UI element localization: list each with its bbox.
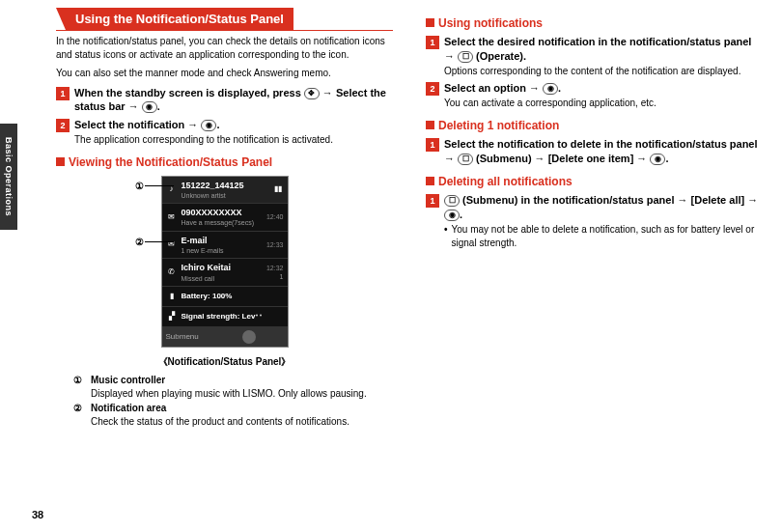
- right-column: Using notifications 1 Select the desired…: [426, 8, 763, 513]
- step-number: 1: [426, 138, 439, 152]
- message-icon: ✉: [166, 211, 178, 223]
- delall-step-1: 1 ☐ (Submenu) in the notification/status…: [426, 193, 763, 250]
- phone-footer: Submenu: [162, 327, 288, 347]
- step-1: 1 When the standby screen is displayed, …: [56, 86, 393, 115]
- use-step-1: 1 Select the desired notification in the…: [426, 35, 763, 77]
- battery-row: ▮ Battery: 100%: [162, 287, 288, 307]
- center-key-icon: ◉: [201, 120, 216, 131]
- center-key-icon: ◉: [650, 154, 665, 165]
- callout-1-label: ①: [135, 180, 144, 193]
- center-key-icon: ◉: [543, 83, 558, 95]
- notif-row-3: ✆ Ichiro Keitai Missed call 12:32 1: [162, 259, 288, 287]
- step-subtext: The application corresponding to the not…: [74, 133, 393, 147]
- section-header-row: Using the Notification/Status Panel: [56, 8, 393, 31]
- subheading-del1: Deleting 1 notification: [426, 118, 763, 133]
- step-text: Select the notification → ◉.: [74, 119, 219, 130]
- square-bullet-icon: [426, 18, 434, 27]
- center-key-icon: ◉: [142, 101, 157, 113]
- phone-screenshot: ♪ 151222_144125 Unknown artist ▮▮ ✉ 090X…: [161, 176, 289, 348]
- soft-key-icon: ☐: [444, 195, 460, 207]
- call-icon: ✆: [166, 266, 178, 278]
- center-button-icon: [242, 330, 256, 344]
- signal-icon: ▞: [166, 311, 178, 322]
- side-tab: Basic Operations: [0, 124, 17, 230]
- center-key-icon: ◉: [444, 210, 460, 221]
- figure-caption: 《Notification/Status Panel》: [56, 355, 393, 369]
- nav-key-icon: ✥: [304, 88, 320, 99]
- callout-2-label: ②: [135, 236, 144, 249]
- step-number: 1: [56, 87, 70, 100]
- legend-2: ② Notification area Check the status of …: [73, 402, 393, 428]
- section-tab: Using the Notification/Status Panel: [66, 8, 293, 30]
- soft-key-icon: ☐: [458, 51, 473, 63]
- intro-text-2: You can also set the manner mode and che…: [56, 67, 393, 80]
- subheading-viewing: Viewing the Notification/Status Panel: [56, 154, 393, 170]
- notif-row-1: ✉ 090XXXXXXXX Have a message(7secs) 12:4…: [162, 204, 288, 232]
- square-bullet-icon: [56, 157, 65, 166]
- step-number: 2: [426, 82, 439, 96]
- notif-row-2: ✉ E-mail 1 new E-mails 12:33: [162, 232, 288, 260]
- figure: ① ② ♪ 151222_144125 Unknown artist ▮▮ ✉ …: [56, 176, 393, 368]
- submenu-label: Submenu: [166, 332, 199, 343]
- step-text: When the standby screen is displayed, pr…: [74, 87, 386, 113]
- left-column: Using the Notification/Status Panel In t…: [56, 8, 393, 513]
- music-title: 151222_144125: [182, 180, 268, 191]
- square-bullet-icon: [426, 177, 434, 185]
- step-2: 2 Select the notification → ◉. The appli…: [56, 118, 393, 146]
- step-number: 2: [56, 119, 70, 132]
- step-number: 1: [426, 194, 439, 208]
- music-controller-row: ♪ 151222_144125 Unknown artist ▮▮: [162, 177, 288, 205]
- intro-text-1: In the notification/status panel, you ca…: [56, 35, 393, 61]
- callout-line-1: [145, 185, 174, 186]
- subheading-delall: Deleting all notifications: [426, 174, 763, 189]
- music-artist: Unknown artist: [182, 191, 268, 200]
- page-number: 38: [32, 508, 43, 522]
- soft-key-icon: ☐: [458, 154, 473, 165]
- subheading-using: Using notifications: [426, 15, 763, 31]
- square-bullet-icon: [426, 121, 434, 129]
- pause-icon: ▮▮: [272, 184, 284, 196]
- callout-line-2: [145, 241, 174, 242]
- battery-icon: ▮: [166, 291, 178, 302]
- use-step-2: 2 Select an option → ◉. You can activate…: [426, 81, 763, 109]
- legend-1: ① Music controller Displayed when playin…: [73, 374, 393, 400]
- signal-row: ▞ Signal strength: Lev･･: [162, 307, 288, 327]
- step-number: 1: [426, 36, 439, 49]
- note-bullet: You may not be able to delete a notifica…: [444, 223, 763, 249]
- del1-step-1: 1 Select the notification to delete in t…: [426, 137, 763, 166]
